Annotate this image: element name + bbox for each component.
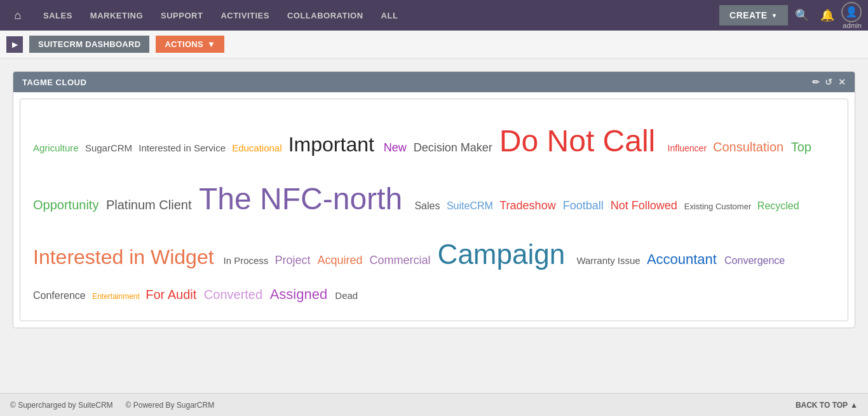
search-icon[interactable]: 🔍 [790,4,813,27]
refresh-icon[interactable]: ↺ [825,77,833,87]
tag-item[interactable]: Not Followed [611,199,681,212]
nav-item-activities[interactable]: ACTIVITIES [212,0,278,31]
back-to-top-icon: ▲ [850,401,858,410]
create-label: CREATE [729,10,768,20]
tag-item[interactable]: Platinum Client [106,198,195,212]
nav-item-all[interactable]: ALL [372,0,407,31]
widget-title: TAGME CLOUD [22,78,86,87]
sub-nav: ▶ SUITECRM DASHBOARD ACTIONS ▼ [0,31,868,59]
tag-item[interactable]: Commercial [370,254,434,267]
admin-menu[interactable]: 👤 admin [841,2,862,29]
nav-item-marketing[interactable]: MARKETING [81,0,152,31]
actions-button[interactable]: ACTIONS ▼ [156,36,224,53]
footer-sugarcrm: © Powered By SugarCRM [126,401,215,410]
footer: © Supercharged by SuiteCRM © Powered By … [0,393,868,416]
actions-caret-icon: ▼ [207,39,215,49]
tag-item[interactable]: Football [563,199,607,212]
main-content: TAGME CLOUD ✏ ↺ ✕ Agriculture SugarCRM I… [0,59,868,393]
tag-item[interactable]: For Audit [146,288,200,302]
tag-item[interactable]: Consultation [713,140,787,154]
dashboard-tab[interactable]: SUITECRM DASHBOARD [29,36,149,53]
toggle-sidebar-button[interactable]: ▶ [6,36,23,53]
nav-item-collaboration[interactable]: COLLABORATION [278,0,372,31]
tag-item[interactable]: Influencer [668,143,709,153]
tag-item[interactable]: Recycled [757,200,799,211]
notifications-icon[interactable]: 🔔 [816,4,839,27]
nav-item-sales[interactable]: SALES [34,0,81,31]
tag-item[interactable]: Sales [414,200,442,211]
tag-item[interactable]: SuiteCRM [447,200,496,211]
create-caret-icon: ▼ [771,12,778,19]
widget-body: Agriculture SugarCRM Interested in Servi… [20,99,848,321]
home-icon[interactable]: ⌂ [6,4,29,27]
tag-item[interactable]: Important [288,133,380,156]
tag-item[interactable]: The NFC-north [199,182,410,216]
tag-item[interactable]: Interested in Widget [33,246,219,268]
tag-item[interactable]: Conference [33,290,88,301]
tag-item[interactable]: Convergence [724,255,785,266]
tag-item[interactable]: SugarCRM [85,142,135,153]
footer-suitecrm: © Supercharged by SuiteCRM [10,401,113,410]
tag-item[interactable]: Existing Customer [684,202,754,211]
avatar[interactable]: 👤 [841,2,862,22]
footer-left: © Supercharged by SuiteCRM © Powered By … [10,401,214,410]
tag-item[interactable]: Entertainment [92,292,142,301]
tag-item[interactable]: Dead [335,290,358,301]
tag-item[interactable]: Interested in Service [139,142,228,153]
top-nav: ⌂ SALESMARKETINGSUPPORTACTIVITIESCOLLABO… [0,0,868,31]
tag-item[interactable]: Acquired [318,254,366,267]
tag-item[interactable]: Project [275,254,314,267]
widget-header: TAGME CLOUD ✏ ↺ ✕ [13,72,855,92]
nav-item-support[interactable]: SUPPORT [152,0,212,31]
tag-item[interactable]: In Process [223,255,271,266]
tag-item[interactable]: New [384,141,410,154]
tag-item[interactable]: Converted [204,288,266,302]
back-to-top-label: BACK TO TOP [796,401,848,410]
actions-label: ACTIONS [165,39,203,49]
tag-item[interactable]: Warranty Issue [576,255,642,266]
admin-label: admin [843,22,862,29]
tag-item[interactable]: Tradeshow [499,199,559,212]
tag-item[interactable]: Educational [232,142,285,153]
widget-header-actions: ✏ ↺ ✕ [812,77,846,87]
create-button[interactable]: CREATE ▼ [719,5,788,25]
tag-cloud: Agriculture SugarCRM Interested in Servi… [33,112,835,308]
tag-item[interactable]: Do Not Call [499,124,664,158]
tag-item[interactable]: Agriculture [33,142,81,153]
tag-item[interactable]: Campaign [438,239,573,270]
nav-right: CREATE ▼ 🔍 🔔 👤 admin [719,2,862,29]
tag-item[interactable]: Accountant [647,251,721,267]
back-to-top-button[interactable]: BACK TO TOP ▲ [796,401,858,410]
close-icon[interactable]: ✕ [838,77,846,87]
edit-icon[interactable]: ✏ [812,77,820,87]
tag-item[interactable]: Assigned [270,286,332,302]
tag-item[interactable]: Decision Maker [414,141,496,154]
tagme-cloud-widget: TAGME CLOUD ✏ ↺ ✕ Agriculture SugarCRM I… [13,71,855,328]
